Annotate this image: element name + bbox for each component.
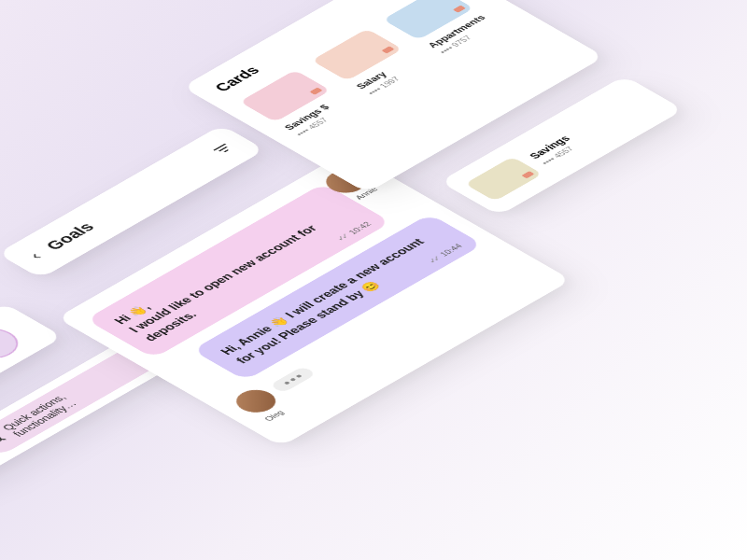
filter-button[interactable] xyxy=(213,144,233,155)
page-title: Goals xyxy=(42,154,214,253)
card-item[interactable]: Appartments •••• 9757 xyxy=(383,0,507,55)
cards-panel: Cards € 500 Savings $ •••• 4557 Salary •… xyxy=(182,0,605,193)
search-input[interactable]: Quick actions, functionality… xyxy=(0,359,136,438)
svg-line-3 xyxy=(1,438,6,441)
sender-avatar[interactable] xyxy=(228,385,283,417)
search-icon xyxy=(0,432,9,446)
cards-title: Cards xyxy=(211,64,263,94)
typing-indicator xyxy=(270,366,317,393)
bell-icon xyxy=(0,336,5,351)
back-button[interactable]: ‹ xyxy=(25,250,48,263)
sender-name: Oleg xyxy=(262,409,286,422)
card-thumbnail xyxy=(465,157,543,202)
notifications-button[interactable] xyxy=(0,322,29,364)
